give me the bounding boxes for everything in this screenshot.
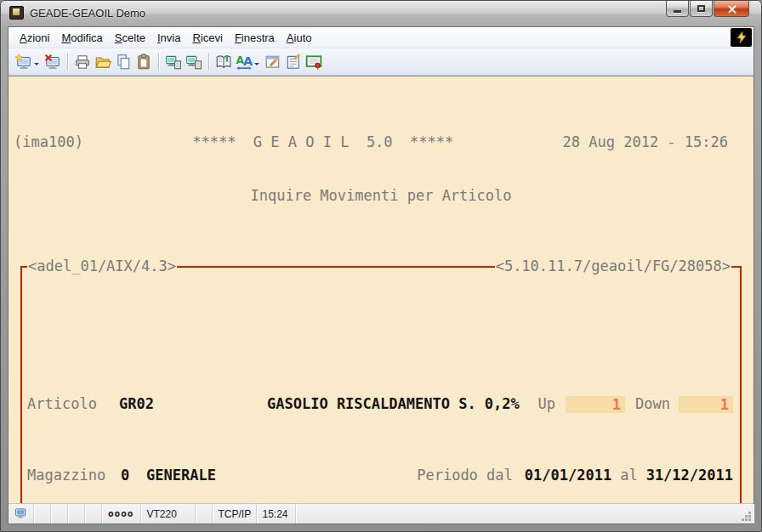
paste-button[interactable] (134, 52, 154, 72)
toolbar-separator (158, 54, 159, 71)
app-window: GEADE-GEAOIL Demo Azioni Modifica Scelte… (0, 0, 762, 532)
magazzino-name: GENERALE (146, 467, 216, 484)
status-cell-empty (34, 504, 51, 524)
data-frame: <adel_01/AIX/4.3> <5.10.11.7/geaoil/FG/2… (20, 266, 742, 503)
app-banner: ***** G E A O I L 5.0 ***** (192, 133, 453, 151)
status-cell-empty (196, 504, 213, 524)
status-time: 15:24 (257, 504, 296, 524)
connect-icon (15, 54, 32, 71)
al-label: al (620, 467, 637, 484)
certificate-icon (305, 54, 322, 71)
status-cell-empty (68, 504, 85, 524)
font-icon: A A (236, 54, 253, 71)
resize-grip[interactable] (748, 518, 751, 521)
lightning-icon (735, 31, 748, 44)
articolo-code: GR02 (119, 395, 267, 413)
close-icon (727, 4, 736, 14)
toolbar-separator (208, 54, 209, 71)
close-button[interactable] (714, 1, 749, 17)
minimize-icon (674, 10, 681, 13)
periodo-to: 31/12/2011 (646, 467, 733, 484)
version-label: <5.10.11.7/geaoil/FG/28058> (495, 258, 731, 275)
font-dropdown-icon[interactable] (254, 63, 259, 68)
tool-bar: A A (9, 48, 753, 76)
host-label: <adel_01/AIX/4.3> (27, 258, 177, 275)
font-button[interactable]: A A (234, 52, 254, 72)
paste-icon (135, 54, 152, 71)
magazzino-line: Magazzino 0 GENERALE Periodo dal 01/01/2… (22, 467, 740, 484)
menu-finestra[interactable]: Finestra (229, 29, 281, 47)
protocol: TCP/IP (213, 504, 257, 524)
screen-subtitle: Inquire Movimenti per Articolo (250, 187, 511, 205)
minimize-button[interactable] (666, 1, 689, 17)
open-button[interactable] (93, 52, 113, 72)
menu-invia[interactable]: Invia (151, 29, 186, 47)
menu-ricevi[interactable]: Ricevi (186, 29, 228, 47)
receive-file-icon (185, 54, 202, 71)
status-cell-empty (51, 504, 68, 524)
down-label: Down (635, 395, 670, 413)
connect-button[interactable] (14, 52, 34, 72)
status-cell-empty (85, 504, 102, 524)
menu-aiuto[interactable]: Aiuto (281, 29, 318, 47)
session-monitor-icon (14, 507, 27, 520)
articolo-label: Articolo (27, 395, 119, 413)
terminal-screen[interactable]: (ima100) ***** G E A O I L 5.0 ***** 28 … (9, 76, 753, 503)
terminal-header-line: (ima100) ***** G E A O I L 5.0 ***** 28 … (14, 133, 748, 151)
copy-button[interactable] (113, 52, 134, 72)
session-status-cell (9, 504, 34, 524)
periodo-label: Periodo dal (417, 467, 513, 484)
send-file-icon (165, 54, 182, 71)
status-bar: oooo VT220 TCP/IP 15:24 (9, 503, 753, 524)
print-button[interactable] (72, 52, 93, 72)
magazzino-num: 0 (121, 467, 146, 484)
receive-from-host-button[interactable] (184, 52, 204, 72)
print-icon (74, 54, 91, 71)
open-folder-icon (94, 54, 111, 71)
svg-text:A: A (243, 54, 253, 67)
session-datetime: 28 Aug 2012 - 15:26 (563, 133, 748, 151)
window-title: GEADE-GEAOIL Demo (30, 7, 145, 20)
articolo-desc: GASOLIO RISCALDAMENTO S. 0,2% (267, 395, 520, 413)
copy-icon (115, 54, 132, 71)
title-bar: GEADE-GEAOIL Demo (1, 1, 761, 26)
program-id: (ima100) (14, 133, 83, 151)
status-cell-fill (296, 504, 754, 524)
up-label: Up (538, 395, 555, 413)
properties-button[interactable] (283, 52, 304, 72)
book-icon (215, 54, 232, 71)
certificate-button[interactable] (304, 52, 324, 72)
up-count-field[interactable]: 1 (566, 396, 625, 413)
window-edit-icon (264, 54, 281, 71)
down-count-field[interactable]: 1 (679, 396, 733, 413)
articolo-line: Articolo GR02 GASOLIO RISCALDAMENTO S. 0… (22, 395, 740, 413)
menu-azioni[interactable]: Azioni (14, 29, 55, 47)
menu-bar: Azioni Modifica Scelte Invia Ricevi Fine… (9, 27, 753, 48)
disconnect-icon (44, 54, 61, 71)
toolbar-separator (67, 54, 68, 71)
periodo-from: 01/01/2011 (525, 467, 611, 484)
menu-modifica[interactable]: Modifica (55, 29, 108, 47)
terminal-type: VT220 (141, 504, 196, 524)
status-indicator: oooo (102, 504, 141, 524)
launch-button[interactable] (263, 52, 283, 72)
screen-subtitle-line: Inquire Movimenti per Articolo (14, 187, 748, 205)
macro-book-button[interactable] (213, 52, 234, 72)
app-icon (9, 6, 24, 20)
maximize-icon (697, 5, 705, 12)
client-frame: Azioni Modifica Scelte Invia Ricevi Fine… (8, 26, 754, 524)
notes-icon (285, 54, 302, 71)
connect-dropdown-icon[interactable] (34, 63, 39, 68)
macro-flash-button[interactable] (731, 28, 752, 47)
disconnect-button[interactable] (43, 52, 63, 72)
magazzino-label: Magazzino (27, 467, 121, 484)
maximize-button[interactable] (690, 1, 713, 17)
menu-scelte[interactable]: Scelte (109, 29, 151, 47)
send-to-host-button[interactable] (163, 52, 184, 72)
